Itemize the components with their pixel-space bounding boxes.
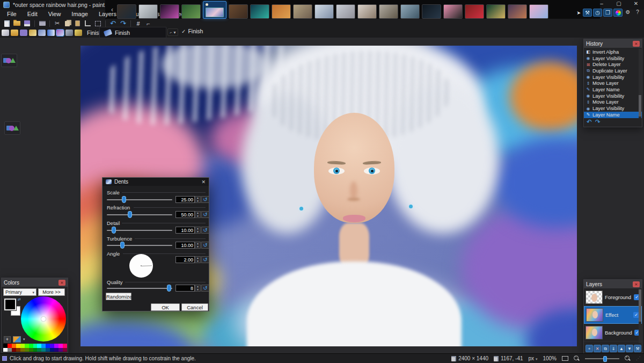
- quality-slider[interactable]: [107, 286, 172, 291]
- refraction-slider[interactable]: [107, 212, 172, 217]
- copy-button[interactable]: [63, 20, 71, 27]
- history-item[interactable]: ◉Layer Visibility: [584, 93, 642, 99]
- history-item[interactable]: ◧Invert Alpha: [584, 49, 642, 55]
- scale-spinner[interactable]: ▲▼: [195, 196, 201, 203]
- layers-window-toggle[interactable]: ❐: [603, 9, 612, 17]
- crop-button[interactable]: [84, 20, 92, 27]
- minimize-button[interactable]: –: [594, 0, 610, 8]
- history-item[interactable]: ⊠Delete Layer: [584, 61, 642, 68]
- palette-swatch[interactable]: [29, 348, 33, 352]
- swap-colors-icon[interactable]: ⇄: [18, 297, 21, 302]
- scale-value-input[interactable]: 25.00: [175, 196, 195, 203]
- palette-swatch[interactable]: [25, 348, 29, 352]
- image-tab[interactable]: [336, 4, 355, 19]
- color-wheel-cursor[interactable]: [41, 317, 46, 321]
- spin-down-icon[interactable]: ▼: [196, 215, 199, 217]
- more-colors-button[interactable]: More >>: [38, 288, 65, 296]
- spin-up-icon[interactable]: ▲: [196, 285, 199, 288]
- layer-properties-button[interactable]: ⚒: [634, 345, 641, 352]
- history-undo-icon[interactable]: ↶: [587, 118, 592, 126]
- zoom-out-icon[interactable]: −: [574, 355, 580, 361]
- slider-thumb[interactable]: [167, 285, 171, 292]
- refraction-spinner[interactable]: ▲▼: [195, 211, 201, 218]
- layer-row-effect-selected[interactable]: Effect ✓: [584, 306, 642, 324]
- palette-swatch[interactable]: [46, 348, 50, 352]
- move-layer-up-button[interactable]: ▲: [618, 345, 625, 352]
- history-item-selected[interactable]: ✎Layer Name: [584, 112, 642, 118]
- maximize-button[interactable]: ▢: [611, 0, 627, 8]
- angle-dial[interactable]: [129, 254, 153, 278]
- layers-close-icon[interactable]: ✕: [633, 281, 640, 287]
- grid-toggle-button[interactable]: #: [134, 20, 142, 27]
- settings-button[interactable]: ⚙: [624, 9, 632, 17]
- history-item[interactable]: ✎Layer Name: [584, 86, 642, 93]
- deselect-button[interactable]: [94, 20, 102, 27]
- image-tab[interactable]: [138, 4, 158, 19]
- finish-commit-button[interactable]: ✓ Finish: [181, 28, 203, 34]
- palette-swatch[interactable]: [3, 344, 8, 348]
- image-tab[interactable]: [229, 4, 248, 19]
- color-wheel[interactable]: [21, 296, 66, 342]
- palette-swatch[interactable]: [16, 348, 20, 352]
- spin-up-icon[interactable]: ▲: [196, 197, 199, 199]
- tool-icon-bucket[interactable]: [75, 30, 82, 36]
- history-item[interactable]: ◉Layer Visibility: [584, 105, 642, 112]
- zoom-in-icon[interactable]: +: [625, 355, 631, 361]
- quality-value-input[interactable]: 8: [175, 285, 195, 292]
- dialog-title-bar[interactable]: Dents ✕: [103, 178, 209, 186]
- quality-spinner[interactable]: ▲▼: [195, 285, 201, 292]
- image-tab[interactable]: [422, 4, 441, 19]
- history-item[interactable]: ◉Layer Visibility: [584, 55, 642, 62]
- history-scrollbar-thumb[interactable]: [639, 95, 641, 117]
- shapes-flyout-button[interactable]: [4, 121, 20, 135]
- slider-thumb[interactable]: [128, 211, 132, 218]
- menu-edit[interactable]: Edit: [23, 10, 42, 19]
- palette-swatch[interactable]: [41, 344, 46, 348]
- layer-row-background[interactable]: Background ✓: [584, 324, 642, 342]
- palette-swatch[interactable]: [41, 348, 46, 352]
- paste-button[interactable]: [74, 20, 82, 27]
- palette-swatch[interactable]: [3, 348, 8, 352]
- colors-panel-header[interactable]: Colors ✕: [2, 278, 68, 287]
- tool-icon-folder[interactable]: [11, 30, 18, 36]
- units-dropdown[interactable]: px ▾: [529, 355, 538, 361]
- detail-reset-button[interactable]: ↺: [201, 227, 209, 234]
- fit-window-icon[interactable]: [562, 356, 568, 361]
- spin-up-icon[interactable]: ▲: [196, 257, 199, 259]
- palette-swatch[interactable]: [46, 344, 50, 348]
- print-button[interactable]: [38, 20, 46, 27]
- colors-window-toggle[interactable]: [613, 9, 623, 17]
- tool-split-dropdown[interactable]: ⌐ ▾: [167, 28, 178, 36]
- resize-grip[interactable]: ⋰: [636, 356, 641, 361]
- image-tab[interactable]: [529, 4, 548, 19]
- layers-scrollbar-thumb[interactable]: [639, 289, 641, 322]
- add-layer-button[interactable]: +: [586, 345, 593, 352]
- tool-icon-shapes-selected[interactable]: [56, 30, 64, 36]
- ok-button[interactable]: OK: [151, 303, 180, 311]
- spin-down-icon[interactable]: ▼: [196, 200, 199, 202]
- refraction-value-input[interactable]: 50.00: [175, 211, 195, 218]
- slider-thumb[interactable]: [112, 227, 116, 234]
- shapes-flyout-button[interactable]: [1, 54, 17, 67]
- spin-up-icon[interactable]: ▲: [196, 212, 199, 214]
- image-tab[interactable]: [160, 4, 179, 19]
- image-tab[interactable]: [443, 4, 463, 19]
- tab-scroll-left-icon[interactable]: ‹: [109, 6, 115, 14]
- palette-swatch[interactable]: [25, 344, 29, 348]
- image-tab[interactable]: [379, 4, 398, 19]
- randomize-button[interactable]: Randomize: [106, 293, 131, 300]
- merge-layer-down-button[interactable]: ⇓: [610, 345, 617, 352]
- image-tab[interactable]: [314, 4, 334, 19]
- duplicate-layer-button[interactable]: ⧉: [602, 345, 609, 352]
- layers-panel-header[interactable]: Layers ✕: [584, 280, 642, 288]
- tool-dropdown-panel[interactable]: Finish: [99, 27, 166, 38]
- history-close-icon[interactable]: ✕: [633, 41, 640, 47]
- image-tab[interactable]: [465, 4, 484, 19]
- turbulence-spinner[interactable]: ▲▼: [195, 242, 201, 249]
- image-tab[interactable]: [250, 4, 269, 19]
- new-file-button[interactable]: [3, 20, 11, 27]
- palette-swatch[interactable]: [50, 344, 54, 348]
- image-tab[interactable]: [357, 4, 377, 19]
- palette-swatch[interactable]: [33, 348, 38, 352]
- finish-button[interactable]: Finish: [115, 30, 130, 36]
